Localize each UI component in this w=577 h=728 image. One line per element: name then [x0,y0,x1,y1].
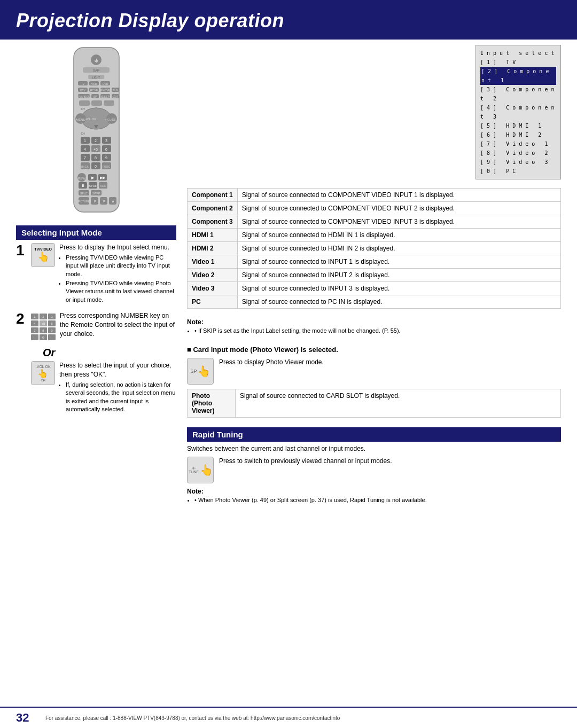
svg-text:+5: +5 [93,147,98,151]
rapid-step-row: R-TUNE 👆 Press to switch to previously v… [187,457,561,483]
svg-text:EXIT: EXIT [112,95,118,98]
menu-title: I n p u t s e l e c t [480,49,556,58]
input-desc-comp3: Signal of source connected to COMPONENT … [237,215,560,229]
svg-text:∨: ∨ [93,199,96,203]
note-text: • If SKIP is set as the Input Label sett… [194,327,561,334]
input-desc-hdmi1: Signal of source connected to HDMI IN 1 … [237,229,560,242]
rapid-header: Rapid Tuning [187,427,561,442]
svg-text:1: 1 [84,139,86,143]
input-desc-video3: Signal of source connected to INPUT 3 is… [237,282,560,295]
step1-bullet2: Pressing TV/VIDEO while viewing Photo Vi… [66,279,176,304]
svg-text:TV: TV [81,82,84,85]
svg-text:GUIDE: GUIDE [107,118,116,121]
svg-text:∨: ∨ [102,199,105,203]
svg-text:PROG: PROG [102,165,110,168]
input-name-video1: Video 1 [188,255,238,269]
step1-icon: TV/VIDEO 👆 [31,243,55,267]
step2-text: Press corresponding NUMBER key on the Re… [60,311,176,338]
input-desc-video2: Signal of source connected to INPUT 2 is… [237,269,560,282]
step1-number: 1 [16,243,27,258]
rapid-icon: R-TUNE 👆 [187,457,214,483]
rapid-note-text: • When Photo Viewer (p. 49) or Split scr… [194,497,561,503]
svg-text:RMCVR: RMCVR [100,89,110,92]
main-content: ⏻ SAP LIGHT TV VCR DVD [0,40,577,707]
svg-text:CH: CH [81,107,85,111]
table-row: HDMI 2 Signal of source connected to HDM… [188,242,561,255]
svg-text:6: 6 [105,147,107,151]
step1-bullet1: Pressing TV/VIDEO while viewing PC input… [66,254,176,278]
note-label: Note: [187,318,204,326]
page-number: 32 [16,711,35,725]
input-desc-video1: Signal of source connected to INPUT 1 is… [237,255,560,269]
selecting-header: Selecting Input Mode [16,225,176,240]
svg-rect-30 [91,100,102,106]
svg-text:BACK: BACK [81,165,89,168]
svg-text:8: 8 [95,156,97,160]
menu-item-comp3: [ 4 ] C o m p o n e n t 3 [480,103,556,121]
step2-row: 2 1 2 3 4 +5 6 7 8 9 [16,311,176,340]
svg-text:DTV: DTV [80,89,86,92]
selecting-section: Selecting Input Mode 1 TV/VIDEO 👆 Press … [16,225,176,421]
input-name-comp3: Component 3 [188,215,238,229]
step2-icon: 1 2 3 4 +5 6 7 8 9 0 [31,311,56,340]
input-name-video3: Video 3 [188,282,238,295]
rapid-note-section: Note: • When Photo Viewer (p. 49) or Spl… [187,488,561,503]
svg-text:MENU: MENU [76,118,85,121]
photo-input-name: Photo (Photo Viewer) [188,389,236,418]
svg-text:⏻: ⏻ [94,59,98,62]
menu-item-hdmi2: [ 6 ] H D M I 2 [480,130,556,139]
table-row: Video 2 Signal of source connected to IN… [188,269,561,282]
menu-item-video3: [ 9 ] V i d e o 3 [480,158,556,167]
svg-text:OK: OK [91,118,96,121]
photo-table-row: Photo (Photo Viewer) Signal of source co… [188,389,561,418]
step1-text: Press to display the Input select menu. … [59,243,176,305]
input-name-comp2: Component 2 [188,202,238,215]
table-row: Component 3 Signal of source connected t… [188,215,561,229]
svg-text:▶▶: ▶▶ [100,176,106,179]
menu-item-video1: [ 7 ] V i d e o 1 [480,139,556,148]
input-name-comp1: Component 1 [188,189,238,202]
step3-row: -VOL OK 👆 CH Press to select the input o… [16,361,176,414]
svg-text:REW: REW [78,177,85,180]
svg-text:DVD: DVD [102,82,108,85]
svg-text:7: 7 [84,156,86,160]
step2-main: Press corresponding NUMBER key on the Re… [60,312,175,338]
svg-text:REC: REC [100,184,106,187]
svg-text:PICTURE: PICTURE [78,200,90,203]
photo-input-desc: Signal of source connected to CARD SLOT … [236,389,561,418]
table-row: Video 1 Signal of source connected to IN… [188,255,561,269]
input-select-area: I n p u t s e l e c t [ 1 ] T V [ 2 ] C … [187,45,561,179]
table-row: Component 2 Signal of source connected t… [188,202,561,215]
input-name-hdmi2: HDMI 2 [188,242,238,255]
input-desc-comp1: Signal of source connected to COMPONENT … [237,189,560,202]
rapid-description: Switches between the current and last ch… [187,445,561,452]
rapid-section: Rapid Tuning Switches between the curren… [187,427,561,507]
svg-rect-29 [79,100,90,106]
svg-text:RCVR: RCVR [90,89,98,92]
svg-text:TV/VIDEO: TV/VIDEO [77,95,90,98]
svg-text:SAP: SAP [92,69,99,72]
step3-text: Press to select the input of your choice… [59,361,176,414]
svg-text:4: 4 [84,147,86,151]
input-name-video2: Video 2 [188,269,238,282]
input-name-hdmi1: HDMI 1 [188,229,238,242]
menu-item-video2: [ 8 ] V i d e o 2 [480,148,556,158]
input-name-pc: PC [188,295,238,309]
table-row: Video 3 Signal of source connected to IN… [188,282,561,295]
input-desc-comp2: Signal of source connected to COMPONENT … [237,202,560,215]
note-input-section: Note: • If SKIP is set as the Input Labe… [187,318,561,334]
right-column: I n p u t s e l e c t [ 1 ] T V [ 2 ] C … [187,45,561,707]
table-row: HDMI 1 Signal of source connected to HDM… [188,229,561,242]
card-step-icon: SP 👆 [187,358,214,385]
step3-bullet1: If, during selection, no action is taken… [66,381,176,414]
svg-text:3: 3 [105,139,107,143]
input-desc-hdmi2: Signal of source connected to HDMI IN 2 … [237,242,560,255]
tv-video-label: TV/VIDEO [34,247,52,251]
svg-text:0: 0 [95,165,97,168]
svg-text:∧: ∧ [111,199,114,203]
photo-table: Photo (Photo Viewer) Signal of source co… [187,389,561,418]
svg-text:SPLIT: SPLIT [80,192,88,195]
footer-text: For assistance, please call : 1-888-VIEW… [45,715,340,721]
svg-text:CH: CH [81,132,85,135]
remote-illustration: ⏻ SAP LIGHT TV VCR DVD [44,45,149,216]
